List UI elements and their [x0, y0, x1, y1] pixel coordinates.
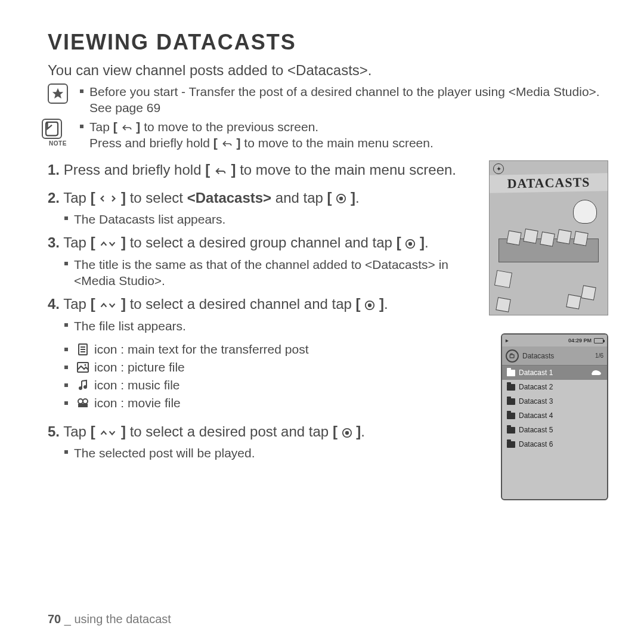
- page-number: 70: [48, 612, 61, 626]
- shoe-icon: [590, 368, 602, 378]
- device-screenshot: ▸ 04:29 PM Datacasts 1/6 Datacast 1 Data…: [501, 333, 608, 500]
- datacasts-illustration: ✦ DATACASTS: [489, 160, 608, 315]
- picture-file-icon: [75, 362, 91, 373]
- svg-point-4: [408, 242, 412, 246]
- svg-point-6: [368, 304, 371, 307]
- device-time: 04:29 PM: [568, 338, 592, 343]
- star-icon: [48, 83, 68, 104]
- back-icon: [214, 165, 227, 178]
- step-3-sub: The title is the same as that of the cha…: [64, 256, 477, 289]
- up-down-icon: [99, 426, 117, 439]
- step-4-sub: The file list appears.: [64, 318, 477, 334]
- select-icon: [405, 237, 416, 250]
- svg-point-14: [83, 385, 87, 389]
- svg-point-16: [78, 399, 83, 404]
- folder-icon: [507, 441, 515, 448]
- step-5-sub: The selected post will be played.: [64, 445, 477, 461]
- device-list: Datacast 1 Datacast 2 Datacast 3 Datacas…: [502, 366, 607, 499]
- device-header: Datacasts 1/6: [502, 346, 607, 366]
- list-item[interactable]: Datacast 4: [502, 408, 607, 423]
- step-2-sub: The Datacasts list appears.: [64, 211, 477, 227]
- text-file-icon: [75, 343, 91, 355]
- note-label: NOTE: [49, 140, 67, 147]
- note-icon: [42, 119, 62, 139]
- play-indicator-icon: ▸: [506, 338, 509, 343]
- svg-point-2: [339, 197, 343, 200]
- up-down-icon: [99, 237, 117, 250]
- note-line-2: Press and briefly hold [ ] to move to th…: [89, 135, 434, 151]
- list-item[interactable]: Datacast 6: [502, 437, 607, 451]
- select-icon: [336, 192, 346, 205]
- svg-rect-18: [78, 404, 88, 407]
- step-2: 2. Tap [ ] to select <Datacasts> and tap…: [48, 188, 477, 208]
- callout-star: Before you start - Transfer the post of …: [48, 83, 608, 116]
- folder-search-icon: [506, 349, 519, 363]
- folder-icon: [507, 413, 515, 419]
- bullet-icon: [80, 125, 83, 128]
- footer-section: using the datacast: [75, 612, 171, 626]
- list-item[interactable]: Datacast 1: [502, 366, 607, 380]
- folder-icon: [507, 427, 515, 434]
- duck-icon: [573, 200, 597, 224]
- list-item[interactable]: Datacast 5: [502, 423, 607, 437]
- svg-rect-21: [510, 354, 514, 357]
- svg-point-17: [83, 399, 88, 404]
- movie-file-icon: [75, 398, 91, 408]
- device-status-bar: ▸ 04:29 PM: [502, 335, 607, 346]
- select-icon: [364, 299, 375, 312]
- svg-point-12: [85, 364, 86, 366]
- folder-icon: [507, 384, 515, 391]
- step-5: 5. Tap [ ] to select a desired post and …: [48, 422, 477, 441]
- svg-point-20: [345, 431, 348, 434]
- step-3: 3. Tap [ ] to select a desired group cha…: [48, 233, 477, 252]
- battery-icon: [594, 338, 603, 343]
- back-icon: [221, 137, 233, 150]
- bullet-icon: [80, 89, 83, 93]
- page-footer: 70 _ using the datacast: [48, 612, 171, 626]
- left-right-icon: [99, 192, 117, 205]
- note-line-1: Tap [ ] to move to the previous screen.: [89, 119, 318, 135]
- callout-star-text: Before you start - Transfer the post of …: [89, 83, 608, 116]
- page-heading: VIEWING DATACASTS: [48, 30, 608, 55]
- folder-icon: [507, 398, 515, 405]
- svg-marker-0: [52, 88, 63, 98]
- select-icon: [342, 426, 352, 439]
- device-header-title: Datacasts: [522, 352, 592, 360]
- intro-text: You can view channel posts added to <Dat…: [48, 62, 608, 79]
- up-down-icon: [99, 299, 117, 312]
- back-icon: [121, 121, 133, 134]
- folder-icon: [507, 370, 515, 376]
- illus-title: DATACASTS: [490, 173, 608, 193]
- icon-legend: icon : main text for the transferred pos…: [64, 342, 477, 410]
- callout-note: NOTE Tap [ ] to move to the previous scr…: [48, 119, 608, 151]
- step-4: 4. Tap [ ] to select a desired channel a…: [48, 295, 477, 314]
- music-file-icon: [75, 379, 91, 391]
- list-item[interactable]: Datacast 3: [502, 394, 607, 408]
- list-item[interactable]: Datacast 2: [502, 380, 607, 394]
- step-1: 1. Press and briefly hold [ ] to move to…: [48, 160, 477, 179]
- device-counter: 1/6: [595, 352, 603, 359]
